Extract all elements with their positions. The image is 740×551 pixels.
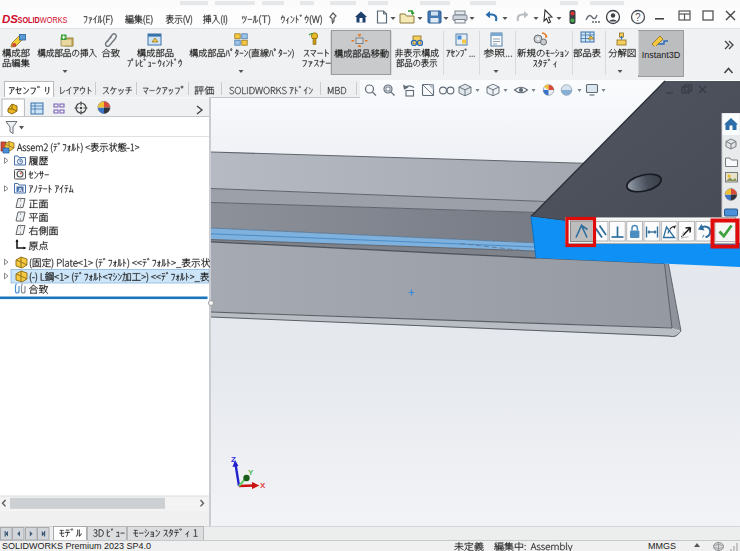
svg-text:?: ? (635, 12, 641, 23)
svg-text:SOLIDWORKS: SOLIDWORKS (18, 15, 68, 25)
svg-text:DS: DS (2, 13, 18, 25)
svg-text:Y: Y (248, 468, 254, 477)
svg-text:A: A (18, 187, 23, 193)
svg-text:X: X (260, 481, 266, 490)
svg-text:Z: Z (231, 455, 236, 464)
